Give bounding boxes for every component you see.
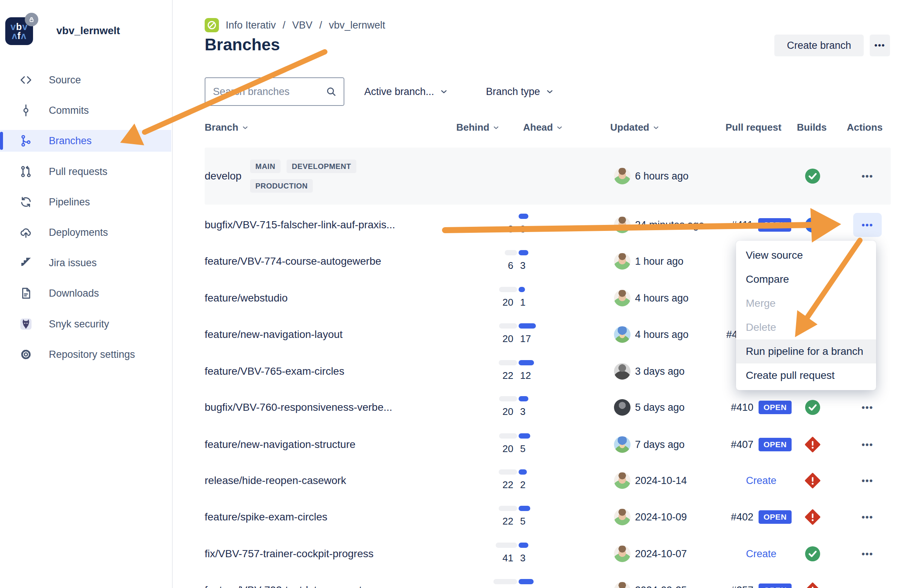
behind-count: 20 (468, 442, 513, 455)
user-avatar (614, 217, 630, 233)
pull-request-number[interactable]: #357 (731, 585, 753, 588)
pull-request-state-badge[interactable]: OPEN (758, 583, 792, 588)
branch-name-link[interactable]: develop (205, 170, 241, 182)
updated-timestamp: 2024-10-09 (635, 511, 687, 523)
branch-name-link[interactable]: feature/new-navigation-layout (205, 329, 343, 341)
row-actions-button[interactable]: ••• (853, 395, 882, 420)
branch-name-link[interactable]: feature/VBV-774-course-autogewerbe (205, 255, 381, 267)
behind-ahead-bar (205, 579, 543, 584)
branches-icon (20, 134, 32, 147)
menu-item-run-pipeline[interactable]: Run pipeline for a branch (736, 340, 876, 363)
sidebar-item-label: Source (49, 74, 81, 86)
column-header-ahead[interactable]: Ahead (523, 122, 563, 133)
pull-request-number[interactable]: #407 (731, 439, 753, 451)
create-pull-request-link[interactable]: Create (746, 475, 776, 487)
behind-count: 22 (468, 478, 513, 491)
build-status-success-icon[interactable] (804, 168, 821, 184)
build-status-inprogress-icon[interactable] (804, 217, 821, 233)
breadcrumb-repo[interactable]: vbv_lernwelt (329, 20, 385, 31)
pull-request-number[interactable]: #411 (731, 219, 753, 231)
menu-item-view-source[interactable]: View source (736, 243, 876, 267)
branch-name-link[interactable]: feature/VBV-702-testdata-generator (205, 584, 371, 588)
sidebar-item-pull-requests[interactable]: Pull requests (0, 161, 171, 182)
user-avatar (614, 399, 630, 416)
column-header-label: Branch (205, 122, 238, 133)
sidebar-item-pipelines[interactable]: Pipelines (0, 191, 171, 213)
row-actions-button[interactable]: ••• (853, 542, 882, 566)
search-input[interactable] (205, 86, 326, 98)
branch-name-link[interactable]: bugfix/VBV-715-falscher-link-auf-praxis.… (205, 219, 395, 231)
sidebar-item-commits[interactable]: Commits (0, 99, 171, 121)
create-pull-request-link[interactable]: Create (746, 548, 776, 560)
project-avatar-icon[interactable] (205, 18, 219, 32)
ahead-count: 2 (520, 478, 525, 491)
breadcrumb-workspace[interactable]: VBV (292, 20, 312, 31)
branch-name-link[interactable]: release/hide-reopen-casework (205, 475, 346, 487)
chevron-down-icon (439, 87, 448, 96)
branch-label-chip: MAIN (250, 160, 281, 173)
page-more-button[interactable]: ••• (870, 34, 890, 56)
sidebar-item-label: Pipelines (49, 196, 90, 208)
sidebar-item-repository-settings[interactable]: Repository settings (0, 344, 171, 365)
pull-request-state-badge[interactable]: OPEN (758, 218, 791, 231)
build-status-failed-icon[interactable] (804, 509, 821, 525)
column-header-label: Ahead (523, 122, 553, 133)
pull-request-state-badge[interactable]: OPEN (758, 438, 792, 451)
branch-row: feature/spike-exam-circles2252024-10-09#… (205, 499, 891, 536)
sidebar-item-label: Repository settings (49, 349, 135, 360)
branch-name-link[interactable]: feature/new-navigation-structure (205, 438, 355, 451)
branch-name-link[interactable]: fix/VBV-757-trainer-cockpit-progress (205, 548, 374, 560)
build-status-success-icon[interactable] (804, 399, 821, 416)
pull-request-number[interactable]: #410 (731, 402, 753, 414)
user-avatar (614, 363, 630, 380)
user-avatar (614, 436, 630, 453)
build-status-failed-icon[interactable] (804, 582, 821, 588)
build-status-success-icon[interactable] (804, 546, 821, 562)
row-actions-button[interactable]: ••• (853, 164, 882, 188)
behind-count: 22 (468, 515, 513, 528)
row-actions-button[interactable]: ••• (853, 578, 882, 588)
sidebar-item-label: Deployments (49, 227, 108, 238)
behind-count: 20 (468, 296, 513, 309)
column-header-branch[interactable]: Branch (205, 122, 249, 133)
sidebar-item-source[interactable]: Source (0, 69, 171, 91)
behind-ahead-bar (205, 433, 543, 438)
row-actions-button[interactable]: ••• (853, 505, 882, 529)
pull-request-state-badge[interactable]: OPEN (758, 510, 792, 524)
build-status-failed-icon[interactable] (804, 472, 821, 489)
sidebar-item-jira-issues[interactable]: Jira issues (0, 252, 171, 274)
branch-name-link[interactable]: feature/VBV-765-exam-circles (205, 365, 344, 377)
pull-request-number[interactable]: #402 (731, 511, 753, 523)
behind-ahead-bar (205, 506, 543, 511)
column-header-actions: Actions (847, 122, 882, 133)
column-header-behind[interactable]: Behind (456, 122, 500, 133)
sidebar-item-snyk-security[interactable]: Snyk security (0, 313, 171, 335)
breadcrumb-separator: / (319, 20, 322, 31)
menu-item-compare[interactable]: Compare (736, 267, 876, 292)
branch-type-filter[interactable]: Branch type (486, 77, 554, 106)
pull-request-cell: #357OPEN (714, 572, 808, 588)
sidebar: vbv ʌfʌ vbv_lernwelt SourceCommitsBranch… (0, 0, 173, 588)
downloads-icon (20, 287, 32, 299)
row-actions-button[interactable]: ••• (853, 469, 882, 492)
branch-name-link[interactable]: bugfix/VBV-760-responsiveness-verbe... (205, 401, 392, 414)
pull-request-state-badge[interactable]: OPEN (758, 401, 792, 414)
row-actions-button[interactable]: ••• (853, 432, 882, 457)
sidebar-item-downloads[interactable]: Downloads (0, 282, 171, 304)
updated-timestamp: 4 hours ago (635, 293, 689, 304)
create-branch-button[interactable]: Create branch (774, 34, 864, 56)
branch-name-link[interactable]: feature/webstudio (205, 292, 288, 304)
column-header-label: Actions (847, 122, 882, 133)
active-branches-filter[interactable]: Active branch... (364, 77, 448, 106)
menu-item-create-pull-request[interactable]: Create pull request (736, 363, 876, 387)
row-actions-button[interactable]: ••• (853, 213, 882, 237)
branch-row: release/hide-reopen-casework2222024-10-1… (205, 463, 891, 499)
branch-row: bugfix/VBV-760-responsiveness-verbe...20… (205, 389, 891, 426)
sidebar-item-branches[interactable]: Branches (0, 130, 171, 152)
column-header-updated[interactable]: Updated (610, 122, 660, 133)
build-status-failed-icon[interactable] (804, 436, 821, 453)
breadcrumb-project[interactable]: Info Iterativ (226, 20, 276, 31)
sidebar-item-deployments[interactable]: Deployments (0, 222, 171, 243)
branch-name-link[interactable]: feature/spike-exam-circles (205, 511, 327, 523)
active-branches-filter-label: Active branch... (364, 86, 434, 98)
